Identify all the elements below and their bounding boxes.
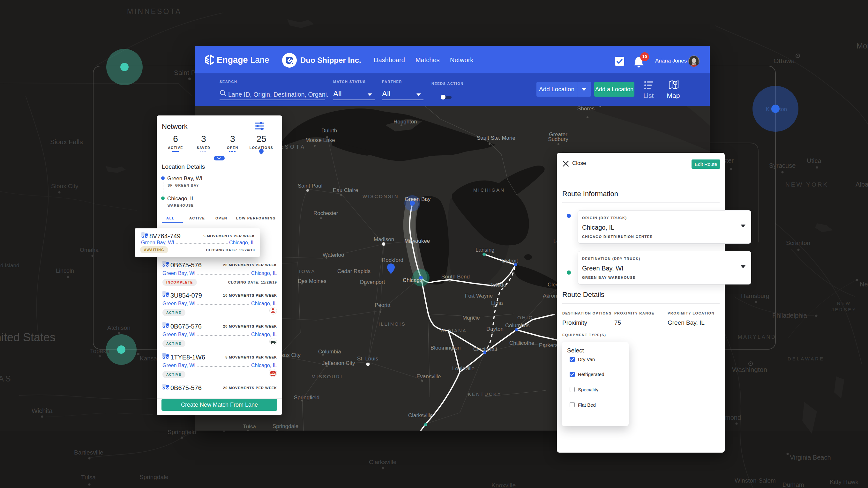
svg-text:Eau Claire: Eau Claire (333, 187, 358, 193)
svg-text:aOL: aOL (270, 371, 276, 375)
svg-text:OHIO: OHIO (517, 315, 533, 320)
svg-text:Milwaukee: Milwaukee (404, 238, 430, 244)
svg-text:Houghton: Houghton (394, 119, 417, 125)
svg-text:Ottawa: Ottawa (774, 57, 795, 64)
svg-text:Lima: Lima (491, 300, 503, 306)
svg-text:Sioux Falls: Sioux Falls (50, 138, 83, 145)
svg-text:Springfield: Springfield (167, 429, 196, 435)
svg-text:Lincoln: Lincoln (56, 268, 74, 274)
svg-text:Utica: Utica (807, 157, 822, 164)
svg-text:Chillicothe: Chillicothe (509, 340, 534, 346)
svg-text:Louisville: Louisville (452, 365, 474, 371)
svg-text:Knoxville: Knoxville (491, 482, 516, 488)
svg-text:and Island: and Island (0, 262, 19, 268)
svg-text:Virginia Beach: Virginia Beach (790, 454, 831, 461)
svg-text:KANSAS: KANSAS (0, 374, 12, 383)
svg-text:Clarksville: Clarksville (369, 459, 397, 465)
svg-text:INDIANA: INDIANA (441, 328, 467, 333)
svg-text:MISSOURI: MISSOURI (311, 374, 343, 379)
svg-text:Sioux City: Sioux City (51, 183, 79, 190)
svg-text:Dayton: Dayton (486, 326, 503, 332)
svg-text:Springfield: Springfield (294, 395, 319, 401)
svg-text:Tulsa: Tulsa (81, 474, 96, 481)
svg-text:Lansing: Lansing (475, 247, 495, 253)
svg-text:Duluth: Duluth (321, 128, 337, 134)
svg-text:South Bend: South Bend (441, 274, 470, 280)
svg-text:MICHIGAN: MICHIGAN (473, 187, 505, 193)
svg-text:Evansville: Evansville (416, 373, 441, 380)
svg-text:Detroit: Detroit (502, 258, 518, 264)
svg-text:Alba: Alba (856, 181, 868, 188)
svg-text:Cedar Rapids: Cedar Rapids (337, 268, 371, 274)
svg-text:MINNESOTA: MINNESOTA (127, 7, 182, 15)
svg-text:Rockford: Rockford (382, 257, 403, 263)
svg-text:Tulsa: Tulsa (243, 424, 256, 430)
svg-text:Bartlesville: Bartlesville (74, 449, 103, 456)
svg-text:Columbia: Columbia (318, 349, 341, 355)
svg-text:Sault Ste. Marie: Sault Ste. Marie (477, 135, 516, 141)
svg-text:Kitty Hawk: Kitty Hawk (830, 479, 859, 485)
svg-text:Wichita: Wichita (32, 407, 53, 414)
svg-text:Peoria: Peoria (375, 302, 391, 308)
svg-text:Moose Lake: Moose Lake (305, 137, 335, 143)
svg-text:Harrisburg: Harrisburg (741, 292, 769, 299)
svg-text:Green Bay: Green Bay (405, 196, 431, 202)
svg-text:GreaterSudbury: GreaterSudbury (548, 131, 568, 142)
svg-text:Rochester: Rochester (313, 210, 338, 216)
svg-text:KENTUCKY: KENTUCKY (468, 391, 502, 397)
svg-text:Toledo: Toledo (490, 282, 506, 288)
svg-text:Omaha: Omaha (80, 247, 99, 253)
svg-text:NEW YORK: NEW YORK (785, 181, 829, 188)
svg-text:Springdale: Springdale (273, 423, 299, 429)
svg-text:Cincinnati: Cincinnati (473, 346, 497, 352)
svg-text:Clarksville: Clarksville (408, 413, 433, 419)
svg-text:ILLINOIS: ILLINOIS (378, 321, 406, 327)
svg-text:Des Moines: Des Moines (298, 278, 327, 284)
svg-text:Waterloo: Waterloo (322, 252, 344, 258)
svg-text:Chicago: Chicago (403, 277, 423, 283)
svg-text:Muncie: Muncie (462, 315, 480, 321)
svg-text:Topeka: Topeka (90, 348, 110, 354)
svg-text:IOWA: IOWA (299, 268, 315, 274)
svg-text:Durham: Durham (782, 481, 804, 488)
svg-text:Scranton: Scranton (786, 239, 810, 246)
svg-text:Davenport: Davenport (360, 279, 385, 285)
svg-text:Philadelphia: Philadelphia (772, 312, 807, 319)
svg-text:Winston-Salem: Winston-Salem (735, 477, 776, 484)
svg-text:Saint Paul: Saint Paul (298, 183, 322, 189)
svg-text:Columbus: Columbus (505, 322, 530, 328)
svg-text:United States: United States (0, 331, 56, 344)
svg-text:DELAWARE: DELAWARE (787, 356, 824, 361)
svg-text:St. Louis: St. Louis (357, 356, 378, 362)
svg-text:Bloomington: Bloomington (431, 345, 461, 351)
svg-text:Washington: Washington (732, 366, 767, 373)
svg-text:Ne: Ne (860, 281, 868, 288)
svg-text:Mor: Mor (857, 41, 868, 50)
svg-text:MARYLAND: MARYLAND (738, 334, 776, 340)
svg-text:WISCONSIN: WISCONSIN (363, 194, 399, 199)
svg-text:Jefferson City: Jefferson City (322, 360, 355, 366)
svg-text:Madison: Madison (374, 236, 394, 242)
svg-text:Atchison: Atchison (107, 324, 130, 331)
svg-text:Akron: Akron (543, 293, 557, 299)
svg-text:Fort Wayne: Fort Wayne (465, 293, 493, 299)
svg-text:Springdale: Springdale (140, 474, 168, 480)
svg-text:Syracuse: Syracuse (769, 162, 796, 169)
